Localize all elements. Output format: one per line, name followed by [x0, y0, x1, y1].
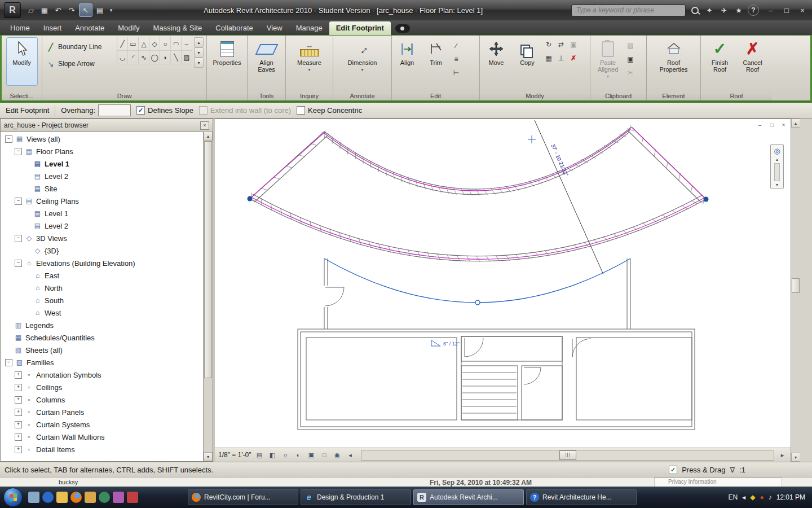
windows-explorer-icon[interactable]: [56, 492, 68, 503]
project-browser-header[interactable]: arc_house - Project browser ×: [1, 119, 213, 132]
keep-concentric-checkbox[interactable]: [297, 106, 305, 115]
expand-icon[interactable]: +: [15, 409, 22, 416]
start-button[interactable]: [3, 488, 23, 507]
tree-item-ceiling-plans[interactable]: −▤Ceiling Plans: [1, 195, 204, 207]
tree-item-3d[interactable]: ◇{3D}: [1, 244, 204, 257]
browser-scroll-thumb[interactable]: [204, 141, 212, 378]
pointer-tool-icon[interactable]: ↖: [79, 3, 92, 17]
overhang-input[interactable]: [98, 104, 131, 116]
tree-item-west[interactable]: ⌂West: [1, 306, 204, 319]
expand-icon[interactable]: +: [15, 433, 22, 441]
arc-midpoint-handle[interactable]: [475, 300, 480, 305]
communication-center-icon[interactable]: ✈: [718, 5, 730, 16]
expand-icon[interactable]: +: [15, 384, 22, 391]
ellipse-icon[interactable]: ◯: [149, 51, 160, 64]
print-icon[interactable]: ▤: [94, 4, 106, 16]
collapse-icon[interactable]: −: [15, 235, 22, 242]
tray-antivirus-icon[interactable]: ●: [760, 493, 764, 501]
collapse-icon[interactable]: −: [15, 198, 22, 205]
reveal-hidden-icon[interactable]: ◉: [333, 450, 342, 460]
array-icon[interactable]: ▦: [544, 53, 554, 63]
tree-item-sheets-all[interactable]: ▧Sheets (all): [1, 344, 204, 356]
start-end-radius-arc-icon[interactable]: ◠: [171, 37, 182, 51]
tab-annotate[interactable]: Annotate: [68, 21, 111, 35]
tree-item-legends[interactable]: ▥Legends: [1, 319, 204, 331]
vscroll-down-icon[interactable]: ▾: [791, 453, 800, 462]
collapse-icon[interactable]: −: [5, 359, 12, 366]
panel-display-toggle[interactable]: [395, 24, 410, 33]
dimension-button[interactable]: ↔ Dimension ▾: [347, 37, 378, 86]
tray-collapse-icon[interactable]: ◂: [742, 493, 745, 501]
close-button[interactable]: ×: [795, 4, 810, 16]
tree-item-site[interactable]: ▤Site: [1, 182, 204, 195]
tree-item-level-2[interactable]: ▤Level 2: [1, 170, 204, 182]
taskbar-button-design-production-1[interactable]: eDesign & Production 1: [301, 489, 411, 505]
image-viewer-icon[interactable]: [113, 492, 124, 503]
tree-item-north[interactable]: ⌂North: [1, 282, 204, 294]
mirror-icon[interactable]: ⇄: [556, 40, 566, 50]
move-button[interactable]: Move: [482, 37, 511, 86]
modify-button[interactable]: Modify: [6, 37, 38, 86]
nav-track[interactable]: [774, 163, 780, 181]
sun-path-icon[interactable]: ☼: [281, 450, 290, 460]
roof-properties-button[interactable]: Roof Properties: [656, 37, 691, 86]
center-ends-arc-icon[interactable]: ◡: [117, 51, 128, 64]
tab-edit-footprint[interactable]: Edit Footprint: [329, 21, 391, 35]
mdi-minimize-icon[interactable]: –: [755, 121, 765, 129]
customize-quick-access-icon[interactable]: ▾: [107, 4, 115, 16]
current-sketch-arc[interactable]: [324, 259, 630, 305]
vertical-scrollbar[interactable]: ▴ ▾: [791, 119, 800, 462]
copy-button[interactable]: Copy: [513, 37, 542, 86]
mdi-close-icon[interactable]: ×: [779, 121, 788, 129]
copy-to-clipboard-icon[interactable]: ▣: [625, 54, 636, 64]
favorites-star-icon[interactable]: ★: [733, 5, 744, 16]
browser-scroll-down-icon[interactable]: ▾: [204, 452, 213, 461]
defines-slope-checkbox[interactable]: ✓: [136, 106, 145, 115]
floor-plan-drawing[interactable]: 37' - 10 21/32": [215, 119, 791, 448]
tree-item-south[interactable]: ⌂South: [1, 294, 204, 306]
language-indicator[interactable]: EN: [728, 493, 738, 501]
shadows-icon[interactable]: ◐: [294, 450, 303, 460]
tree-item-level-2[interactable]: ▤Level 2: [1, 220, 204, 232]
volume-icon[interactable]: ♪: [769, 493, 772, 501]
expand-icon[interactable]: +: [15, 396, 22, 404]
media-player-icon[interactable]: [99, 492, 110, 503]
nav-scroll-down-icon[interactable]: ▾: [776, 182, 778, 187]
tree-item-curtain-panels[interactable]: +▫Curtain Panels: [1, 406, 204, 418]
crop-visibility-icon[interactable]: □: [320, 450, 329, 460]
tab-view[interactable]: View: [260, 21, 289, 35]
vscroll-up-icon[interactable]: ▴: [791, 119, 800, 128]
tree-item-elevations-building-elevation[interactable]: −⌂Elevations (Building Elevation): [1, 257, 204, 269]
inscribed-polygon-icon[interactable]: △: [139, 37, 149, 51]
application-menu-button[interactable]: R: [2, 1, 23, 19]
outlook-icon[interactable]: [85, 492, 96, 503]
minimize-button[interactable]: –: [764, 4, 778, 16]
taskbar-button-revitcity-com-foru[interactable]: RevitCity.com | Foru...: [188, 489, 298, 505]
browser-close-icon[interactable]: ×: [200, 121, 209, 130]
steering-wheel-icon[interactable]: ◎: [772, 146, 782, 156]
slope-arrow-button[interactable]: ↘ Slope Arrow: [44, 56, 115, 71]
browser-scrollbar[interactable]: ▴ ▾: [203, 132, 213, 461]
tree-item-east[interactable]: ⌂East: [1, 269, 204, 282]
circle-icon[interactable]: ○: [160, 37, 171, 51]
dimension-dropdown-icon[interactable]: ▾: [361, 67, 363, 73]
tree-item-views-all[interactable]: −▦Views (all): [1, 133, 204, 145]
boundary-line-button[interactable]: ╱ Boundary Line: [44, 40, 115, 54]
line-icon[interactable]: ╱: [117, 37, 128, 51]
tree-item-annotation-symbols[interactable]: +▫Annotation Symbols: [1, 369, 204, 381]
finish-roof-button[interactable]: ✓ Finish Roof: [705, 37, 735, 86]
open-icon[interactable]: ▱: [25, 4, 37, 16]
collapse-icon[interactable]: −: [15, 148, 22, 155]
horizontal-scrollbar[interactable]: [361, 450, 774, 461]
draw-scroll-up-icon[interactable]: ▴: [194, 37, 204, 47]
press-drag-checkbox[interactable]: ✓: [669, 466, 677, 474]
partial-ellipse-icon[interactable]: ◗: [160, 51, 171, 64]
help-icon[interactable]: ?: [748, 5, 759, 16]
mdi-restore-icon[interactable]: □: [767, 121, 776, 129]
horizontal-scroll-thumb[interactable]: [559, 450, 576, 460]
tree-item-detail-items[interactable]: +▫Detail Items: [1, 443, 204, 456]
rotate-icon[interactable]: ↻: [544, 40, 554, 50]
undo-icon[interactable]: ↶: [52, 4, 64, 16]
fillet-arc-icon[interactable]: ⌣: [182, 37, 192, 51]
collapse-icon[interactable]: −: [5, 135, 12, 143]
